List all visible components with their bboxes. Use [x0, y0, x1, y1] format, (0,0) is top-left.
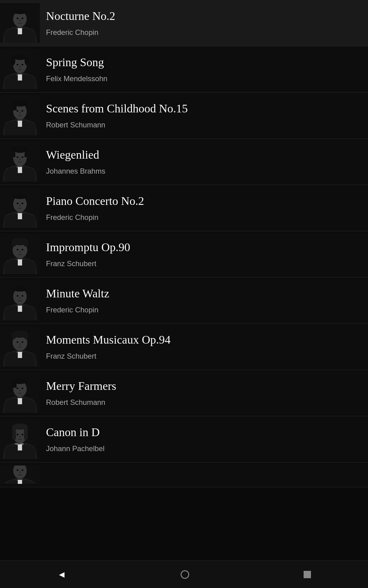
track-info: Canon in D Johann Pachelbel [46, 422, 368, 456]
album-art [0, 49, 40, 89]
svg-point-53 [19, 205, 21, 206]
svg-point-41 [21, 156, 23, 158]
track-info: Moments Musicaux Op.94 Franz Schubert [46, 330, 368, 364]
stop-icon [304, 571, 311, 578]
music-item[interactable]: Scenes from Childhood No.15 Robert Schum… [0, 92, 368, 139]
track-info: Piano Concerto No.2 Frederic Chopin [46, 191, 368, 225]
music-item[interactable]: Impromptu Op.90 Franz Schubert [0, 231, 368, 277]
svg-point-120 [17, 469, 18, 471]
track-info: Wiegenlied Johannes Brahms [46, 145, 368, 179]
svg-point-52 [21, 203, 23, 204]
music-item[interactable]: Canon in D Johann Pachelbel [0, 416, 368, 462]
svg-point-5 [21, 18, 23, 19]
track-title: Canon in D [46, 425, 368, 439]
album-art [0, 96, 40, 135]
svg-rect-57 [18, 213, 22, 219]
svg-point-64 [17, 249, 18, 251]
svg-rect-92 [18, 352, 22, 358]
svg-point-122 [19, 471, 21, 473]
svg-point-111 [21, 434, 23, 435]
svg-rect-22 [18, 74, 22, 81]
track-artist: Robert Schumann [46, 121, 368, 129]
track-info: Nocturne No.2 Frederic Chopin [46, 6, 368, 40]
svg-point-16 [25, 57, 29, 65]
stop-button[interactable] [291, 568, 323, 581]
album-art [0, 466, 40, 484]
svg-rect-125 [18, 480, 22, 484]
track-artist: Johannes Brahms [46, 167, 368, 175]
svg-point-110 [17, 434, 18, 435]
album-art [0, 327, 40, 367]
track-title: Wiegenlied [46, 148, 368, 161]
track-artist: Franz Schubert [46, 352, 368, 360]
svg-point-6 [19, 20, 21, 21]
svg-rect-46 [18, 167, 22, 173]
track-info: Spring Song Felix Mendelssohn [46, 52, 368, 86]
svg-rect-39 [25, 153, 27, 157]
track-info: Impromptu Op.90 Franz Schubert [46, 237, 368, 271]
track-title: Moments Musicaux Op.94 [46, 333, 368, 346]
track-title: Spring Song [46, 55, 368, 69]
track-artist: Johann Pachelbel [46, 444, 368, 453]
svg-rect-109 [24, 427, 28, 439]
track-title: Scenes from Childhood No.15 [46, 102, 368, 115]
music-item[interactable]: Nocturne No.2 Frederic Chopin [0, 0, 368, 46]
svg-point-19 [19, 66, 21, 68]
svg-point-4 [17, 18, 18, 19]
svg-rect-80 [18, 306, 22, 312]
svg-rect-108 [12, 427, 16, 439]
track-title: Impromptu Op.90 [46, 240, 368, 254]
svg-rect-103 [18, 398, 22, 404]
svg-point-88 [21, 341, 23, 343]
svg-point-50 [13, 194, 27, 199]
back-icon: ◄ [57, 569, 66, 580]
svg-point-30 [19, 112, 21, 114]
svg-point-87 [17, 341, 18, 343]
svg-point-86 [24, 334, 29, 339]
svg-point-73 [13, 287, 27, 292]
svg-point-42 [19, 158, 21, 160]
svg-rect-69 [18, 259, 22, 266]
svg-point-15 [11, 57, 15, 65]
svg-point-74 [17, 295, 18, 297]
music-item[interactable]: Spring Song Felix Mendelssohn [0, 46, 368, 92]
svg-point-3 [13, 9, 27, 14]
music-item[interactable]: Merry Farmers Robert Schumann [0, 370, 368, 416]
bottom-navigation: ◄ [0, 560, 368, 588]
svg-point-29 [21, 110, 23, 112]
track-title: Merry Farmers [46, 379, 368, 393]
svg-point-18 [21, 64, 23, 66]
track-artist: Frederic Chopin [46, 306, 368, 314]
svg-point-63 [24, 242, 29, 247]
track-title: Minute Waltz [46, 287, 368, 300]
album-art [0, 3, 40, 43]
svg-point-62 [11, 242, 16, 247]
track-info: Merry Farmers Robert Schumann [46, 376, 368, 410]
track-artist: Felix Mendelssohn [46, 74, 368, 83]
svg-rect-38 [13, 153, 15, 157]
track-artist: Frederic Chopin [46, 28, 368, 37]
music-list: Nocturne No.2 Frederic Chopin [0, 0, 368, 515]
svg-point-75 [21, 295, 23, 297]
svg-point-76 [19, 297, 21, 299]
track-artist: Robert Schumann [46, 398, 368, 407]
album-art [0, 281, 40, 320]
svg-rect-27 [13, 104, 17, 110]
home-button[interactable] [168, 567, 201, 582]
svg-point-28 [17, 110, 18, 112]
back-button[interactable]: ◄ [45, 566, 79, 583]
home-icon [181, 570, 189, 579]
track-title: Nocturne No.2 [46, 9, 368, 23]
music-item[interactable]: Moments Musicaux Op.94 Franz Schubert [0, 324, 368, 370]
album-art [0, 188, 40, 228]
album-art [0, 373, 40, 413]
track-info: Minute Waltz Frederic Chopin [46, 284, 368, 317]
track-artist: Frederic Chopin [46, 213, 368, 222]
svg-rect-97 [13, 382, 17, 388]
music-item[interactable]: Minute Waltz Frederic Chopin [0, 277, 368, 324]
svg-rect-33 [18, 121, 22, 127]
music-item[interactable]: Wiegenlied Johannes Brahms [0, 139, 368, 185]
music-item[interactable] [0, 462, 368, 487]
svg-point-121 [21, 469, 23, 471]
music-item[interactable]: Piano Concerto No.2 Frederic Chopin [0, 185, 368, 231]
